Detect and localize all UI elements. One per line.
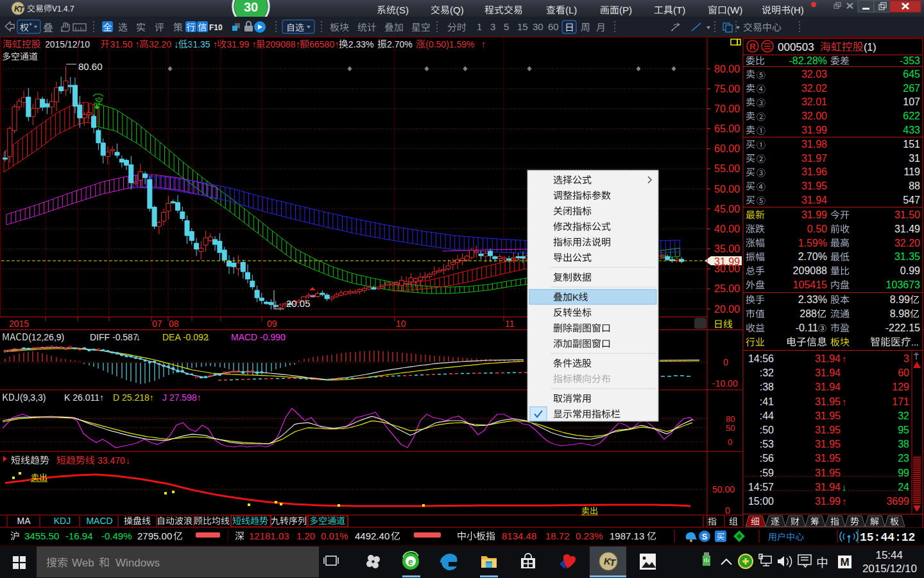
svg-text:95: 95 [898, 425, 909, 435]
svg-text:...: ... [911, 337, 919, 347]
svg-text:V1.4.7: V1.4.7 [52, 4, 74, 13]
svg-text:3455.50: 3455.50 [24, 530, 59, 541]
svg-text:Web: Web [72, 557, 94, 569]
svg-text:31.50: 31.50 [894, 209, 920, 220]
svg-text:-10.00: -10.00 [712, 378, 738, 389]
svg-text:103673: 103673 [886, 279, 920, 290]
svg-text::56: :56 [760, 453, 774, 464]
svg-text:31.95: 31.95 [815, 425, 841, 435]
svg-text:31.98: 31.98 [801, 139, 827, 150]
svg-text::50: :50 [760, 425, 774, 435]
svg-text:-82.28%: -82.28% [789, 55, 827, 66]
svg-text:T: T [19, 4, 24, 14]
svg-text:2015/12/10: 2015/12/10 [45, 39, 90, 49]
svg-text:75.00: 75.00 [714, 83, 740, 94]
svg-text:31.49: 31.49 [894, 223, 920, 234]
svg-text:31.95: 31.95 [815, 439, 841, 450]
svg-text:-353: -353 [900, 55, 920, 66]
svg-text:2015: 2015 [9, 319, 29, 329]
svg-text:547: 547 [903, 195, 920, 206]
svg-text:50.00: 50.00 [712, 484, 735, 495]
svg-text:31.99: 31.99 [714, 256, 740, 267]
svg-text:65.00: 65.00 [714, 123, 740, 134]
svg-text:2015/12/10: 2015/12/10 [862, 563, 917, 575]
svg-text:32.03: 32.03 [801, 69, 827, 80]
svg-text:32.20: 32.20 [894, 238, 920, 249]
svg-text::38: :38 [760, 381, 774, 392]
svg-text:R: R [749, 42, 756, 51]
svg-text:31.95: 31.95 [801, 180, 827, 191]
svg-text:25.00: 25.00 [714, 283, 740, 294]
svg-text:3699: 3699 [886, 496, 909, 507]
svg-text:MACD: MACD [86, 516, 112, 526]
svg-text:209088: 209088 [266, 39, 296, 49]
svg-text:↑: ↑ [282, 332, 287, 342]
svg-text:50.00: 50.00 [714, 184, 740, 195]
svg-text:2795.00: 2795.00 [137, 530, 172, 541]
svg-text:31.99: 31.99 [801, 125, 827, 136]
svg-text:↑: ↑ [135, 39, 141, 49]
svg-text:1.20: 1.20 [296, 530, 315, 541]
svg-text:38: 38 [898, 439, 909, 450]
svg-text:0: 0 [723, 357, 728, 367]
svg-text:40.00: 40.00 [714, 223, 740, 234]
svg-text:23: 23 [898, 453, 909, 464]
svg-text:(W): (W) [727, 4, 742, 15]
svg-text:0.50: 0.50 [807, 223, 827, 234]
svg-text:(S): (S) [396, 4, 409, 15]
svg-text:0: 0 [725, 505, 730, 516]
svg-text:(9,3,3): (9,3,3) [20, 392, 46, 403]
svg-text:+: + [29, 21, 32, 28]
svg-text:Windows: Windows [116, 557, 160, 569]
svg-text:J 27.598↑: J 27.598↑ [162, 392, 201, 403]
svg-text::32: :32 [760, 367, 774, 378]
svg-text:31.94: 31.94 [815, 353, 841, 364]
svg-text:1.59%: 1.59% [798, 238, 827, 249]
svg-text:31.95: 31.95 [815, 396, 841, 407]
svg-text::44: :44 [760, 410, 774, 421]
svg-text:15:00: 15:00 [748, 496, 774, 507]
svg-text:D 25.218↑: D 25.218↑ [113, 392, 154, 403]
svg-text:129: 129 [892, 381, 909, 392]
svg-text::53: :53 [760, 439, 774, 450]
svg-text:↑: ↑ [842, 496, 847, 507]
svg-text:20.05: 20.05 [286, 298, 311, 309]
svg-text:30: 30 [244, 0, 258, 14]
svg-text:08: 08 [169, 319, 179, 329]
svg-text:20.00: 20.00 [714, 304, 740, 315]
svg-text:18.72: 18.72 [545, 530, 570, 541]
svg-text:88: 88 [909, 180, 920, 191]
svg-text:↓: ↓ [136, 332, 141, 342]
svg-text:↓: ↓ [126, 455, 130, 466]
svg-text:↑: ↑ [842, 396, 847, 407]
svg-text:07: 07 [152, 319, 162, 329]
svg-text:3: 3 [903, 353, 909, 364]
svg-text:45.00: 45.00 [714, 204, 740, 215]
svg-text:60: 60 [548, 21, 559, 32]
svg-text:50: 50 [726, 423, 735, 433]
svg-text:15: 15 [517, 21, 528, 32]
svg-text:288: 288 [800, 308, 817, 319]
svg-text:1: 1 [477, 21, 482, 32]
svg-text:31.99: 31.99 [227, 39, 249, 49]
svg-text:2.70%: 2.70% [798, 251, 827, 262]
svg-text:32: 32 [898, 410, 909, 421]
svg-text:5: 5 [504, 21, 509, 32]
svg-text:10: 10 [396, 319, 406, 329]
svg-text:31.95: 31.95 [815, 453, 841, 464]
svg-text:(1): (1) [864, 42, 877, 53]
svg-text:↑: ↑ [842, 353, 847, 364]
svg-text:66580: 66580 [309, 39, 334, 49]
svg-text:(12,26,9): (12,26,9) [28, 332, 64, 342]
svg-text:DEA -0.092: DEA -0.092 [162, 332, 209, 342]
svg-text:↑: ↑ [252, 39, 257, 49]
svg-text:0: 0 [728, 437, 732, 447]
svg-text:MA: MA [17, 516, 31, 526]
svg-text:32.01: 32.01 [801, 96, 827, 107]
svg-text:↓: ↓ [174, 39, 179, 49]
svg-text:80: 80 [726, 414, 735, 424]
svg-text:(P): (P) [619, 4, 632, 15]
svg-text:↑: ↑ [296, 39, 301, 49]
svg-text:2.70%: 2.70% [387, 39, 413, 49]
svg-text:31.35: 31.35 [894, 251, 920, 262]
